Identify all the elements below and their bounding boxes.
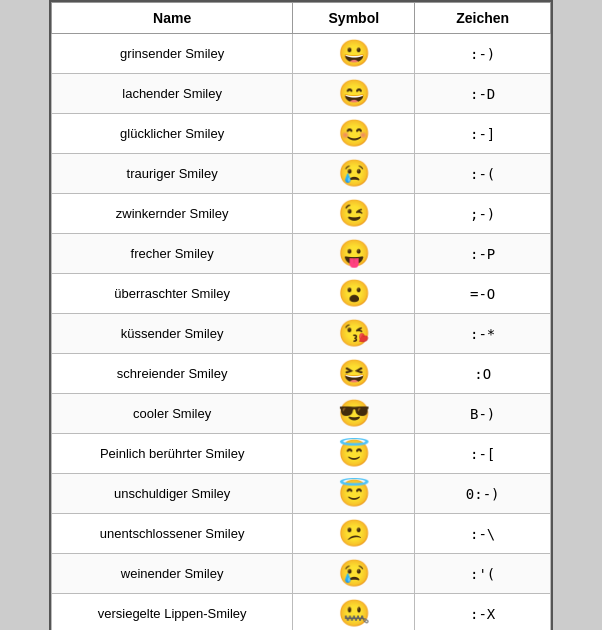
table-row: versiegelte Lippen-Smiley🤐:-X [52, 594, 551, 631]
table-row: frecher Smiley😛:-P [52, 234, 551, 274]
smiley-zeichen: :-* [415, 314, 551, 354]
smiley-zeichen: :-[ [415, 434, 551, 474]
table-row: küssender Smiley😘:-* [52, 314, 551, 354]
table-row: grinsender Smiley😀:-) [52, 34, 551, 74]
col-zeichen: Zeichen [415, 3, 551, 34]
table-row: unschuldiger Smiley😇0:-) [52, 474, 551, 514]
smiley-zeichen: :-) [415, 34, 551, 74]
smiley-table: Name Symbol Zeichen grinsender Smiley😀:-… [51, 2, 551, 630]
smiley-zeichen: :-D [415, 74, 551, 114]
table-row: lachender Smiley😄:-D [52, 74, 551, 114]
smiley-zeichen: :-] [415, 114, 551, 154]
smiley-symbol: 😮 [293, 274, 415, 314]
table-header-row: Name Symbol Zeichen [52, 3, 551, 34]
col-symbol: Symbol [293, 3, 415, 34]
smiley-zeichen: :-X [415, 594, 551, 631]
smiley-name: unschuldiger Smiley [52, 474, 293, 514]
smiley-symbol: 😛 [293, 234, 415, 274]
smiley-name: versiegelte Lippen-Smiley [52, 594, 293, 631]
table-row: zwinkernder Smiley😉;-) [52, 194, 551, 234]
smiley-symbol: 😄 [293, 74, 415, 114]
smiley-name: zwinkernder Smiley [52, 194, 293, 234]
smiley-name: lachender Smiley [52, 74, 293, 114]
smiley-symbol: 😎 [293, 394, 415, 434]
col-name: Name [52, 3, 293, 34]
table-row: Peinlich berührter Smiley😇:-[ [52, 434, 551, 474]
table-row: cooler Smiley😎B-) [52, 394, 551, 434]
smiley-name: unentschlossener Smiley [52, 514, 293, 554]
table-row: glücklicher Smiley😊:-] [52, 114, 551, 154]
smiley-symbol: 😢 [293, 554, 415, 594]
table-row: unentschlossener Smiley😕:-\ [52, 514, 551, 554]
smiley-name: schreiender Smiley [52, 354, 293, 394]
table-row: weinender Smiley😢:'( [52, 554, 551, 594]
smiley-name: cooler Smiley [52, 394, 293, 434]
smiley-name: küssender Smiley [52, 314, 293, 354]
table-row: überraschter Smiley😮=-O [52, 274, 551, 314]
smiley-zeichen: 0:-) [415, 474, 551, 514]
smiley-symbol: 😀 [293, 34, 415, 74]
smiley-name: Peinlich berührter Smiley [52, 434, 293, 474]
smiley-zeichen: :-\ [415, 514, 551, 554]
smiley-name: glücklicher Smiley [52, 114, 293, 154]
smiley-symbol: 😉 [293, 194, 415, 234]
smiley-zeichen: =-O [415, 274, 551, 314]
smiley-zeichen: :-( [415, 154, 551, 194]
smiley-zeichen: :'( [415, 554, 551, 594]
smiley-symbol: 😊 [293, 114, 415, 154]
smiley-symbol: 😕 [293, 514, 415, 554]
smiley-zeichen: :O [415, 354, 551, 394]
smiley-name: frecher Smiley [52, 234, 293, 274]
smiley-symbol: 😇 [293, 474, 415, 514]
table-row: schreiender Smiley😆:O [52, 354, 551, 394]
smiley-symbol: 😆 [293, 354, 415, 394]
smiley-name: weinender Smiley [52, 554, 293, 594]
smiley-symbol: 🤐 [293, 594, 415, 631]
smiley-zeichen: :-P [415, 234, 551, 274]
smiley-symbol: 😘 [293, 314, 415, 354]
smiley-zeichen: B-) [415, 394, 551, 434]
smiley-name: trauriger Smiley [52, 154, 293, 194]
smiley-symbol: 😢 [293, 154, 415, 194]
smiley-symbol: 😇 [293, 434, 415, 474]
smiley-name: überraschter Smiley [52, 274, 293, 314]
smiley-table-container: Name Symbol Zeichen grinsender Smiley😀:-… [49, 0, 553, 630]
smiley-name: grinsender Smiley [52, 34, 293, 74]
table-row: trauriger Smiley😢:-( [52, 154, 551, 194]
smiley-zeichen: ;-) [415, 194, 551, 234]
